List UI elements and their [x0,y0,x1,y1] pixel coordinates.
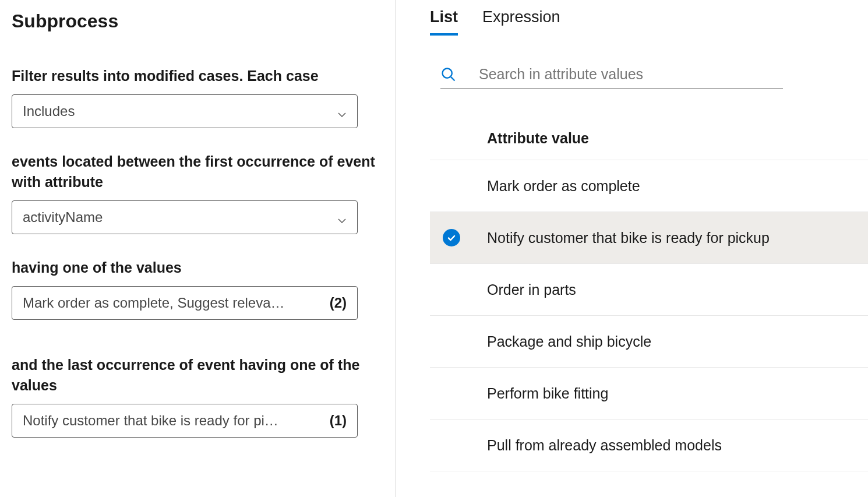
check-circle-icon [443,229,460,246]
attribute-row-label: Perform bike fitting [487,385,868,402]
last-values-select[interactable]: Notify customer that bike is ready for p… [12,404,358,438]
attribute-row-label: Notify customer that bike is ready for p… [487,230,868,246]
attribute-row[interactable]: Pull from already assembled models [430,420,868,471]
attribute-row-label: Package and ship bicycle [487,333,868,350]
chevron-down-icon [337,107,347,116]
left-panel: Subprocess Filter results into modified … [0,0,396,497]
chevron-down-icon [337,213,347,222]
svg-point-0 [443,68,452,77]
attribute-row[interactable]: Order in parts [430,264,868,316]
attribute-list: Attribute value Mark order as completeNo… [430,130,868,471]
attribute-row-label: Order in parts [487,281,868,298]
tab-expression[interactable]: Expression [482,8,560,36]
first-values-text: Mark order as complete, Suggest releva… [23,295,323,311]
event-attribute-select[interactable]: activityName [12,200,358,234]
first-values-count: (2) [330,295,347,311]
last-values-label: and the last occurrence of event having … [12,355,384,396]
attribute-row[interactable]: Notify customer that bike is ready for p… [430,212,868,264]
event-attribute-value: activityName [23,209,103,225]
first-values-label: having one of the values [12,258,384,278]
tabs: List Expression [430,8,868,36]
search-icon [440,66,457,83]
attribute-row[interactable]: Mark order as complete [430,160,868,212]
event-attribute-label: events located between the first occurre… [12,151,384,192]
filter-mode-label: Filter results into modified cases. Each… [12,66,384,86]
attribute-row-label: Mark order as complete [487,178,868,195]
right-panel: List Expression Attribute value Mark ord… [396,0,868,497]
first-values-select[interactable]: Mark order as complete, Suggest releva… … [12,286,358,320]
page-title: Subprocess [12,10,384,32]
attribute-row-check [430,229,487,246]
filter-mode-value: Includes [23,103,75,119]
attribute-list-header: Attribute value [430,130,868,160]
search-input[interactable] [479,66,783,83]
last-values-text: Notify customer that bike is ready for p… [23,413,323,429]
svg-line-1 [451,77,454,80]
last-values-count: (1) [330,413,347,429]
attribute-row[interactable]: Perform bike fitting [430,368,868,420]
search-row [440,66,783,89]
tab-list[interactable]: List [430,8,458,36]
filter-mode-select[interactable]: Includes [12,94,358,128]
attribute-row-label: Pull from already assembled models [487,437,868,454]
attribute-row[interactable]: Package and ship bicycle [430,316,868,368]
